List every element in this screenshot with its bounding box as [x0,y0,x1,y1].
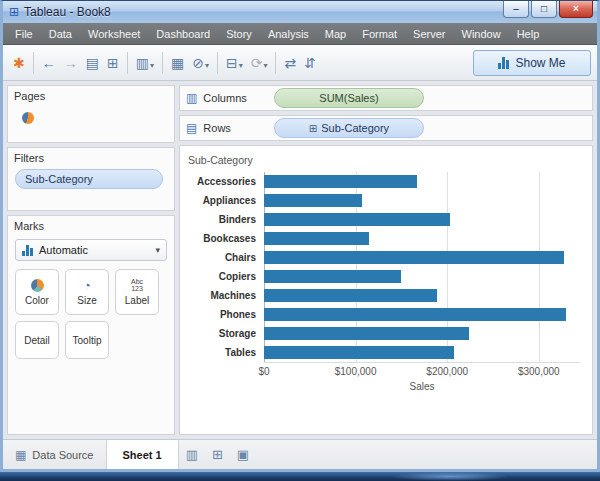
bar-accessories[interactable] [264,175,417,188]
mark-type-label: Automatic [39,244,88,256]
rows-shelf-label: ▤ Rows [186,121,264,135]
bar-row [264,210,580,229]
columns-shelf[interactable]: ▥ Columns SUM(Sales) [179,85,593,111]
bar-row [264,324,580,343]
x-tick-label: $100,000 [335,366,377,377]
window-controls: – □ × [501,1,593,18]
menu-analysis[interactable]: Analysis [260,23,317,45]
rows-shelf[interactable]: ▤ Rows ⊞ Sub-Category [179,115,593,141]
bar-bookcases[interactable] [264,232,369,245]
marks-card: Marks Automatic ▾ Color ◔ Size [7,215,175,435]
filter-pill-sub-category[interactable]: Sub-Category [15,169,163,189]
tableau-app-icon: ⊞ [9,6,19,18]
columns-pill-label: SUM(Sales) [319,92,378,104]
caret-down-icon: ▾ [239,61,243,71]
menu-bar: FileDataWorksheetDashboardStoryAnalysisM… [3,23,597,45]
new-dashboard-button[interactable]: ⊞ [205,447,230,462]
category-label: Phones [188,305,264,324]
forward-button[interactable]: → [60,52,82,74]
group-icon: ⊟ [226,55,238,71]
bar-phones[interactable] [264,308,566,321]
minimize-button[interactable]: – [503,1,529,18]
menu-dashboard[interactable]: Dashboard [148,23,218,45]
bar-tables[interactable] [264,346,454,359]
category-label: Appliances [188,191,264,210]
tableau-logo-button[interactable]: ✱ [9,52,29,74]
sheet1-tab-label: Sheet 1 [123,449,162,461]
maximize-button[interactable]: □ [531,1,557,18]
x-tick-label: $300,000 [518,366,560,377]
close-button[interactable]: × [559,1,593,18]
menu-story[interactable]: Story [218,23,260,45]
new-sheet-buttons: ▥⊞▣ [179,440,257,469]
new-story-button[interactable]: ▣ [230,447,256,462]
category-label: Tables [188,343,264,362]
add-data-button[interactable]: ⊞ [103,52,123,74]
chart-view: Sub-Category AccessoriesAppliancesBinder… [179,145,593,435]
forward-icon: → [64,55,78,71]
data-source-tab[interactable]: ▦ Data Source [3,440,107,469]
group-button[interactable]: ⊟▾ [222,52,247,74]
clear-sheet-button[interactable]: ⊘▾ [188,52,213,74]
left-panel: Pages Filters Sub-Category Marks Automat… [7,85,175,435]
menu-data[interactable]: Data [41,23,80,45]
menu-file[interactable]: File [7,23,41,45]
toolbar-separator [275,52,276,74]
duplicate-button[interactable]: ▦ [167,52,188,74]
bar-appliances[interactable] [264,194,362,207]
new-worksheet-icon: ▥ [136,55,149,71]
taskbar-glow [390,472,510,481]
rows-icon: ▤ [186,121,197,135]
menu-server[interactable]: Server [405,23,453,45]
data-source-label: Data Source [32,449,93,461]
bars [264,172,580,362]
tooltip-button[interactable]: Tooltip [65,321,109,359]
size-label: Size [77,295,96,306]
new-worksheet-button[interactable]: ▥ [179,447,205,462]
menu-map[interactable]: Map [317,23,354,45]
bar-chart-icon [22,245,33,256]
columns-pill-sum-sales[interactable]: SUM(Sales) [274,88,424,108]
detail-button[interactable]: Detail [15,321,59,359]
refresh-button[interactable]: ⟳▾ [247,52,272,74]
back-button[interactable]: ← [38,52,60,74]
menu-window[interactable]: Window [454,23,509,45]
bar-binders[interactable] [264,213,450,226]
windows-taskbar[interactable] [0,472,600,481]
menu-worksheet[interactable]: Worksheet [80,23,148,45]
chevron-down-icon: ▾ [155,245,160,255]
rows-pill-sub-category[interactable]: ⊞ Sub-Category [274,118,424,138]
sheet1-tab[interactable]: Sheet 1 [107,440,179,469]
tableau-window: ⊞ Tableau - Book8 – □ × FileDataWorkshee… [0,0,600,472]
bar-machines[interactable] [264,289,437,302]
category-label: Accessories [188,172,264,191]
caret-down-icon: ▾ [150,61,154,71]
label-button[interactable]: Abc 123 Label [115,269,159,315]
duplicate-icon: ▦ [171,55,184,71]
x-tick-label: $200,000 [426,366,468,377]
bar-row [264,305,580,324]
bar-storage[interactable] [264,327,469,340]
new-dashboard-icon: ⊞ [212,447,223,462]
chart-body: AccessoriesAppliancesBindersBookcasesCha… [188,172,580,363]
size-button[interactable]: ◔ Size [65,269,109,315]
bar-row [264,172,580,191]
bar-row [264,343,580,362]
save-button[interactable]: ▤ [82,52,103,74]
mark-type-dropdown[interactable]: Automatic ▾ [15,239,167,261]
sort-button[interactable]: ⇵ [300,52,320,74]
new-worksheet-button[interactable]: ▥▾ [132,52,158,74]
category-label: Binders [188,210,264,229]
bar-row [264,248,580,267]
menu-format[interactable]: Format [354,23,405,45]
tableau-logo-icon: ✱ [13,55,25,71]
bar-chairs[interactable] [264,251,564,264]
menu-help[interactable]: Help [509,23,548,45]
swap-rows-columns-button[interactable]: ⇄ [280,52,300,74]
show-me-button[interactable]: Show Me [473,50,591,76]
category-label: Storage [188,324,264,343]
color-button[interactable]: Color [15,269,59,315]
bar-copiers[interactable] [264,270,401,283]
new-worksheet-icon: ▥ [186,447,198,462]
category-axis: AccessoriesAppliancesBindersBookcasesCha… [188,172,264,363]
